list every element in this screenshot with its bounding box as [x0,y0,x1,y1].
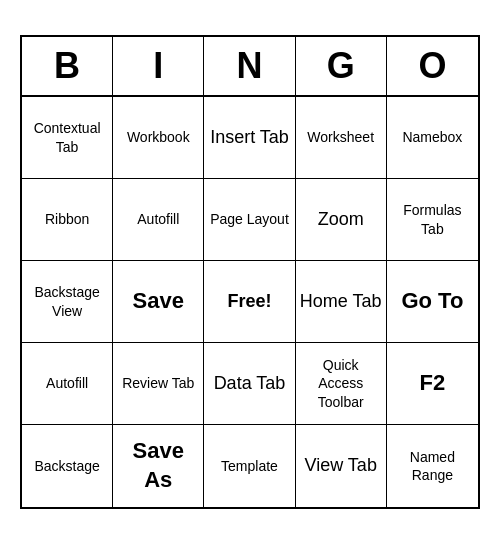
bingo-cell-13: Home Tab [296,261,387,343]
bingo-cell-1: Workbook [113,97,204,179]
bingo-cell-4: Namebox [387,97,478,179]
bingo-cell-11: Save [113,261,204,343]
bingo-cell-15: Autofill [22,343,113,425]
bingo-cell-18: Quick Access Toolbar [296,343,387,425]
bingo-cell-12: Free! [204,261,295,343]
bingo-grid: Contextual TabWorkbookInsert TabWorkshee… [22,97,478,507]
bingo-cell-5: Ribbon [22,179,113,261]
bingo-header: BINGO [22,37,478,97]
bingo-cell-24: Named Range [387,425,478,507]
bingo-letter-o: O [387,37,478,95]
bingo-cell-10: Backstage View [22,261,113,343]
bingo-cell-0: Contextual Tab [22,97,113,179]
bingo-cell-8: Zoom [296,179,387,261]
bingo-cell-14: Go To [387,261,478,343]
bingo-cell-23: View Tab [296,425,387,507]
bingo-cell-19: F2 [387,343,478,425]
bingo-cell-22: Template [204,425,295,507]
bingo-letter-b: B [22,37,113,95]
bingo-letter-g: G [296,37,387,95]
bingo-letter-n: N [204,37,295,95]
bingo-card: BINGO Contextual TabWorkbookInsert TabWo… [20,35,480,509]
bingo-letter-i: I [113,37,204,95]
bingo-cell-2: Insert Tab [204,97,295,179]
bingo-cell-7: Page Layout [204,179,295,261]
bingo-cell-6: Autofill [113,179,204,261]
bingo-cell-16: Review Tab [113,343,204,425]
bingo-cell-9: Formulas Tab [387,179,478,261]
bingo-cell-21: Save As [113,425,204,507]
bingo-cell-3: Worksheet [296,97,387,179]
bingo-cell-20: Backstage [22,425,113,507]
bingo-cell-17: Data Tab [204,343,295,425]
